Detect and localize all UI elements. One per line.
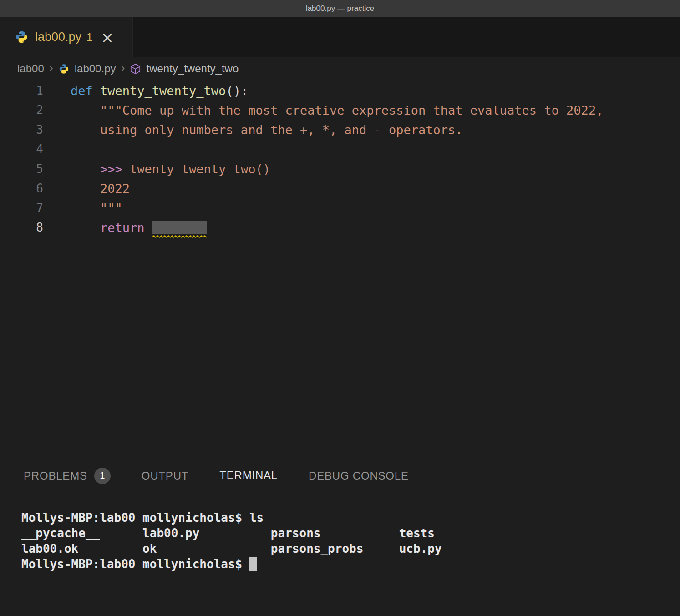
chevron-right-icon: › (121, 61, 125, 75)
doctest-call: twenty_twenty_two() (130, 162, 270, 176)
window-title: lab00.py — practice (306, 4, 374, 13)
doctest-prompt: >>> (71, 162, 130, 176)
line-number: 1 (0, 81, 43, 101)
chevron-right-icon: › (49, 61, 53, 75)
docstring-text: using only numbers and the +, *, and - o… (71, 123, 463, 137)
tab-terminal[interactable]: TERMINAL (217, 464, 280, 489)
breadcrumb-file[interactable]: lab00.py (75, 62, 116, 75)
indent-guide (72, 198, 72, 218)
terminal-line: Mollys-MBP:lab00 mollynicholas$ ls (21, 510, 680, 525)
tab-debug-console[interactable]: DEBUG CONSOLE (306, 464, 411, 489)
close-icon[interactable]: × (101, 30, 114, 45)
code-content: return (43, 218, 680, 237)
indent-guide (72, 120, 72, 140)
terminal-prompt-line: Mollys-MBP:lab00 mollynicholas$ (21, 556, 680, 572)
line-number: 5 (0, 159, 43, 179)
code-line[interactable]: 2 """Come up with the most creative expr… (0, 101, 680, 120)
snippet-placeholder[interactable] (152, 221, 207, 234)
indent-guide (72, 101, 72, 120)
code-content: """ (43, 198, 680, 218)
function-name: twenty_twenty_two (100, 84, 226, 98)
code-editor[interactable]: 1 def twenty_twenty_two(): 2 """Come up … (0, 81, 680, 456)
line-number: 4 (0, 140, 43, 159)
code-content (43, 140, 680, 159)
editor-tab-bar: lab00.py 1 × (0, 17, 680, 57)
code-line[interactable]: 5 >>> twenty_twenty_two() (0, 159, 680, 179)
problems-label: PROBLEMS (24, 470, 87, 482)
code-line[interactable]: 3 using only numbers and the +, *, and -… (0, 120, 680, 140)
line-number: 2 (0, 101, 43, 120)
tab-lab00-py[interactable]: lab00.py 1 × (0, 17, 133, 57)
window-titlebar[interactable]: lab00.py — practice (0, 0, 680, 17)
indent-guide (72, 159, 72, 179)
indent-guide (72, 179, 72, 198)
breadcrumb: lab00 › lab00.py › twenty_twenty_two (0, 57, 680, 81)
breadcrumb-folder[interactable]: lab00 (17, 62, 44, 75)
docstring-close: """ (71, 201, 122, 215)
tab-problems[interactable]: PROBLEMS 1 (21, 462, 113, 491)
tab-problems-count: 1 (86, 31, 92, 44)
code-content: def twenty_twenty_two(): (43, 81, 680, 101)
code-content: 2022 (43, 179, 680, 198)
punctuation: (): (226, 84, 248, 98)
problems-count-badge: 1 (94, 468, 111, 484)
terminal-line: lab00.ok ok parsons_probs ucb.py (21, 541, 680, 556)
code-line[interactable]: 7 """ (0, 198, 680, 218)
debug-console-label: DEBUG CONSOLE (309, 470, 409, 482)
terminal-cursor (249, 557, 257, 571)
code-content: >>> twenty_twenty_two() (43, 159, 680, 179)
doctest-result: 2022 (71, 182, 130, 196)
warning-squiggle-icon (152, 235, 207, 238)
python-icon (15, 30, 29, 44)
tab-output[interactable]: OUTPUT (139, 464, 191, 489)
code-line[interactable]: 8 return (0, 218, 680, 237)
tab-filename: lab00.py (35, 30, 81, 44)
line-number: 3 (0, 120, 43, 140)
code-content: using only numbers and the +, *, and - o… (43, 120, 680, 140)
keyword-return: return (71, 221, 152, 235)
code-line[interactable]: 6 2022 (0, 179, 680, 198)
line-number-active: 8 (0, 218, 43, 237)
panel-tab-bar: PROBLEMS 1 OUTPUT TERMINAL DEBUG CONSOLE (0, 456, 680, 496)
code-line[interactable]: 4 (0, 140, 680, 159)
keyword-def: def (71, 84, 100, 98)
code-line[interactable]: 1 def twenty_twenty_two(): (0, 81, 680, 101)
line-number: 7 (0, 198, 43, 218)
line-number: 6 (0, 179, 43, 198)
terminal-output[interactable]: Mollys-MBP:lab00 mollynicholas$ ls __pyc… (0, 496, 680, 572)
output-label: OUTPUT (142, 470, 188, 482)
terminal-prompt: Mollys-MBP:lab00 mollynicholas$ (21, 557, 249, 571)
code-content: """Come up with the most creative expres… (43, 101, 680, 120)
python-icon (58, 63, 70, 75)
docstring-text: """Come up with the most creative expres… (71, 103, 603, 117)
indent-guide (72, 218, 72, 237)
bottom-panel: PROBLEMS 1 OUTPUT TERMINAL DEBUG CONSOLE… (0, 456, 680, 616)
terminal-line: __pycache__ lab00.py parsons tests (21, 525, 680, 541)
symbol-cube-icon (130, 63, 141, 75)
breadcrumb-symbol[interactable]: twenty_twenty_two (146, 62, 239, 75)
indent-guide (72, 140, 72, 159)
terminal-label: TERMINAL (219, 469, 278, 482)
